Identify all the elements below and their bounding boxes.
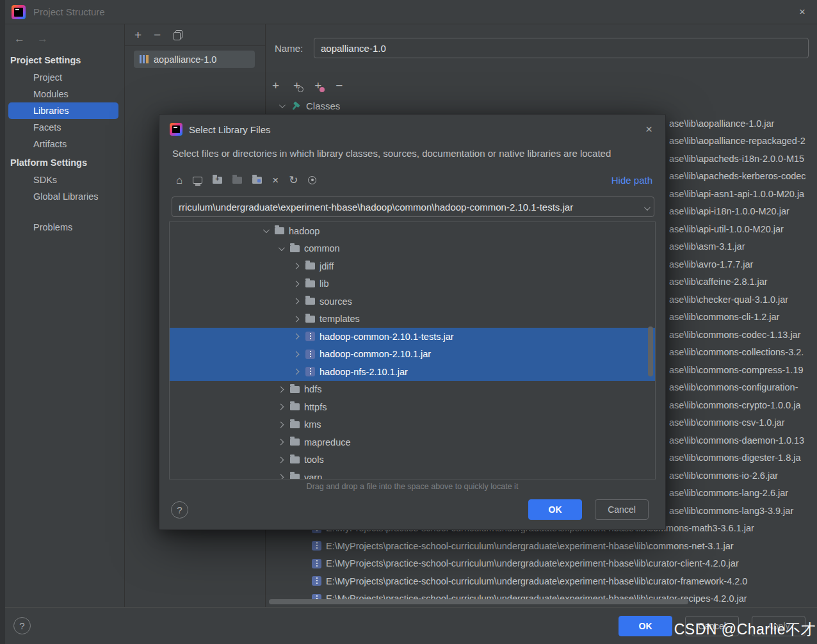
- chevron-down-icon[interactable]: [261, 229, 270, 233]
- remove-icon[interactable]: −: [336, 79, 343, 92]
- jar-list-row[interactable]: E:\MyProjects\practice-school-curriculum…: [266, 555, 817, 573]
- module-folder-icon[interactable]: [252, 177, 262, 184]
- folder-icon: [305, 298, 315, 305]
- delete-icon[interactable]: ×: [272, 175, 279, 186]
- sidebar-item-sdks[interactable]: SDKs: [0, 172, 124, 188]
- tree-item-kms[interactable]: kms: [170, 416, 655, 434]
- dialog-help-button[interactable]: ?: [171, 501, 188, 519]
- jar-list-row[interactable]: E:\MyProjects\practice-school-curriculum…: [266, 572, 817, 590]
- folder-icon: [290, 421, 300, 428]
- jar-path: ase\lib\caffeine-2.8.1.jar: [669, 277, 768, 287]
- name-row: Name:: [275, 38, 809, 58]
- hide-path-link[interactable]: Hide path: [611, 175, 652, 186]
- library-item-label: aopalliance-1.0: [154, 54, 216, 65]
- tree-item-hdfs[interactable]: hdfs: [170, 381, 655, 399]
- tree-item-hadoop-common-2-10-1-jar[interactable]: hadoop-common-2.10.1.jar: [170, 346, 655, 364]
- chevron-right-icon[interactable]: [276, 475, 285, 479]
- desktop-icon[interactable]: [193, 177, 202, 184]
- tree-item-label: templates: [320, 314, 360, 324]
- back-icon[interactable]: ←: [14, 33, 25, 47]
- path-combo: [172, 197, 654, 217]
- sidebar-item-global-libraries[interactable]: Global Libraries: [0, 188, 124, 205]
- dialog-ok-button[interactable]: OK: [528, 499, 582, 520]
- chevron-down-icon[interactable]: [276, 246, 285, 251]
- help-button[interactable]: ?: [13, 617, 31, 634]
- folder-icon: [290, 456, 300, 463]
- sidebar-item-project[interactable]: Project: [0, 69, 124, 86]
- forward-icon[interactable]: →: [37, 33, 48, 47]
- chevron-down-icon[interactable]: [277, 104, 286, 108]
- hidden-files-icon[interactable]: [308, 176, 316, 184]
- combo-dropdown-icon[interactable]: [644, 202, 649, 213]
- sidebar-item-artifacts[interactable]: Artifacts: [0, 136, 124, 152]
- horizontal-scrollbar[interactable]: [269, 599, 688, 604]
- sidebar-item-modules[interactable]: Modules: [0, 86, 124, 102]
- dialog-close-icon[interactable]: ×: [643, 121, 655, 138]
- tree-item-hadoop[interactable]: hadoop: [170, 222, 655, 240]
- chevron-right-icon[interactable]: [291, 317, 300, 321]
- jar-list-row[interactable]: E:\MyProjects\practice-school-curriculum…: [266, 590, 817, 608]
- add-library-icon[interactable]: +: [134, 29, 142, 41]
- sidebar-item-libraries[interactable]: Libraries: [8, 102, 118, 119]
- copy-icon[interactable]: [173, 30, 183, 40]
- jar-path: ase\lib\apacheds-i18n-2.0.0-M15: [669, 154, 804, 164]
- project-structure-window: Project Structure × ← → Project Settings…: [0, 0, 817, 644]
- tree-item-hadoop-common-2-10-1-tests-jar[interactable]: hadoop-common-2.10.1-tests.jar: [170, 328, 655, 346]
- chevron-right-icon[interactable]: [291, 282, 300, 286]
- sidebar-item-facets[interactable]: Facets: [0, 119, 124, 136]
- tree-item-label: hadoop-common-2.10.1-tests.jar: [320, 332, 454, 342]
- window-title: Project Structure: [33, 6, 105, 17]
- chevron-right-icon[interactable]: [291, 299, 300, 303]
- dialog-cancel-button[interactable]: Cancel: [595, 499, 649, 520]
- tree-item-tools[interactable]: tools: [170, 451, 655, 469]
- chevron-right-icon[interactable]: [276, 440, 285, 444]
- chevron-right-icon[interactable]: [276, 405, 285, 409]
- chevron-right-icon[interactable]: [291, 334, 300, 339]
- jar-icon: [305, 332, 315, 341]
- window-close-icon[interactable]: ×: [797, 4, 808, 20]
- help-icon: ?: [177, 504, 182, 515]
- folder-icon[interactable]: [232, 177, 242, 184]
- ok-button[interactable]: OK: [619, 616, 672, 636]
- tree-item-mapreduce[interactable]: mapreduce: [170, 433, 655, 451]
- name-label: Name:: [275, 43, 305, 54]
- refresh-icon[interactable]: ↻: [289, 175, 298, 186]
- tree-item-common[interactable]: common: [170, 240, 655, 258]
- library-item[interactable]: aopalliance-1.0: [134, 51, 255, 68]
- add-from-repository-icon[interactable]: +: [293, 79, 300, 92]
- jar-path: ase\lib\commons-cli-1.2.jar: [669, 312, 779, 322]
- file-tree: hadoopcommonjdifflibsourcestemplateshado…: [169, 221, 656, 479]
- tree-item-label: mapreduce: [304, 437, 351, 447]
- chevron-right-icon[interactable]: [276, 423, 285, 427]
- tree-item-yarn[interactable]: yarn: [170, 469, 655, 479]
- chevron-right-icon[interactable]: [291, 369, 300, 374]
- library-icon: [140, 55, 149, 63]
- new-folder-icon[interactable]: [213, 177, 222, 184]
- tree-item-templates[interactable]: templates: [170, 310, 655, 328]
- tree-item-label: hadoop: [289, 226, 320, 236]
- tree-item-hadoop-nfs-2-10-1-jar[interactable]: hadoop-nfs-2.10.1.jar: [170, 363, 655, 381]
- jar-path: E:\MyProjects\practice-school-curriculum…: [326, 576, 747, 586]
- tree-item-sources[interactable]: sources: [170, 293, 655, 310]
- attach-files-icon[interactable]: +: [314, 79, 321, 92]
- jar-path: ase\lib\aopalliance-1.0.jar: [669, 118, 774, 129]
- chevron-right-icon[interactable]: [276, 387, 285, 392]
- classes-tree-node[interactable]: Classes: [266, 97, 817, 115]
- folder-icon: [290, 403, 300, 410]
- chevron-right-icon[interactable]: [291, 264, 300, 268]
- tree-scrollbar[interactable]: [648, 326, 653, 376]
- home-icon[interactable]: ⌂: [176, 175, 182, 186]
- tree-item-httpfs[interactable]: httpfs: [170, 398, 655, 416]
- tree-item-jdiff[interactable]: jdiff: [170, 257, 655, 275]
- add-icon[interactable]: +: [272, 79, 279, 92]
- path-input[interactable]: [172, 197, 654, 217]
- chevron-right-icon[interactable]: [276, 458, 285, 462]
- jar-list-row[interactable]: E:\MyProjects\practice-school-curriculum…: [266, 537, 817, 555]
- jar-path: ase\lib\commons-csv-1.0.jar: [669, 417, 785, 428]
- jar-path: ase\lib\commons-io-2.6.jar: [669, 471, 778, 481]
- tree-item-lib[interactable]: lib: [170, 275, 655, 293]
- chevron-right-icon[interactable]: [291, 352, 300, 357]
- library-name-input[interactable]: [314, 38, 809, 58]
- sidebar-item-problems[interactable]: Problems: [0, 219, 124, 236]
- remove-library-icon[interactable]: −: [154, 29, 161, 41]
